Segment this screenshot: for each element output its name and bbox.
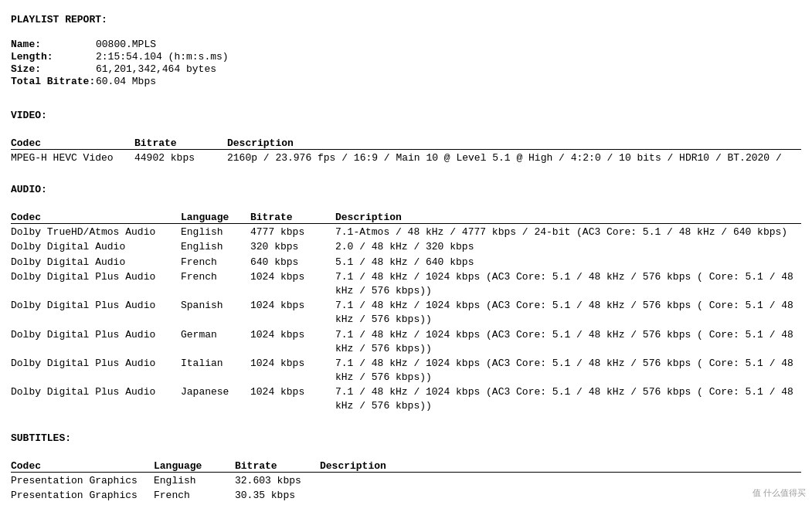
audio-row-bitrate: 4777 kbps [250,225,335,239]
bitrate-label: Total Bitrate: [11,76,96,87]
video-description: 2160p / 23.976 fps / 16:9 / Main 10 @ Le… [227,151,801,165]
audio-row-bitrate: 1024 kbps [250,357,335,385]
info-block: Name: 00800.MPLS Length: 2:15:54.104 (h:… [11,39,801,87]
audio-row-description: 7.1 / 48 kHz / 1024 kbps (AC3 Core: 5.1 … [335,270,801,298]
video-header-bitrate: Bitrate [134,137,227,149]
subtitle-row-bitrate: 32.603 kbps [235,474,320,488]
subtitle-row-bitrate: 30.35 kbps [235,489,320,503]
audio-row: Dolby Digital Audio French 640 kbps 5.1 … [11,256,801,269]
audio-row: Dolby Digital Audio English 320 kbps 2.0… [11,240,801,254]
audio-row-language: English [181,225,250,239]
subtitles-table: Codec Language Bitrate Description Prese… [11,460,801,505]
size-value: 61,201,342,464 bytes [96,63,216,75]
subtitles-header-language: Language [154,460,235,472]
audio-table: Codec Language Bitrate Description Dolby… [11,212,801,413]
audio-row-bitrate: 1024 kbps [250,299,335,327]
audio-row-description: 7.1 / 48 kHz / 1024 kbps (AC3 Core: 5.1 … [335,328,801,356]
audio-row-language: English [181,240,250,254]
video-header-description: Description [227,137,801,149]
audio-row-codec: Dolby TrueHD/Atmos Audio [11,225,181,239]
audio-header-codec: Codec [11,212,181,223]
watermark: 值 什么值得买 [753,487,806,499]
audio-row-bitrate: 640 kbps [250,256,335,269]
audio-row-description: 7.1 / 48 kHz / 1024 kbps (AC3 Core: 5.1 … [335,357,801,385]
name-value: 00800.MPLS [96,39,156,50]
subtitle-row-description [320,474,801,488]
video-bitrate: 44902 kbps [134,151,227,165]
audio-row: Dolby Digital Plus Audio Japanese 1024 k… [11,385,801,413]
video-row: MPEG-H HEVC Video 44902 kbps 2160p / 23.… [11,151,801,165]
audio-row-codec: Dolby Digital Plus Audio [11,385,181,413]
subtitle-row-description [320,489,801,503]
video-header-codec: Codec [11,137,134,149]
audio-section-title: AUDIO: [11,184,801,195]
subtitles-header-bitrate: Bitrate [235,460,320,472]
audio-row-bitrate: 1024 kbps [250,385,335,413]
audio-row-description: 7.1-Atmos / 48 kHz / 4777 kbps / 24-bit … [335,225,801,239]
size-label: Size: [11,63,96,75]
length-label: Length: [11,51,96,63]
audio-header-bitrate: Bitrate [250,212,335,223]
audio-row-language: Italian [181,357,250,385]
audio-row-codec: Dolby Digital Plus Audio [11,270,181,298]
audio-row-description: 7.1 / 48 kHz / 1024 kbps (AC3 Core: 5.1 … [335,385,801,413]
audio-row-language: French [181,270,250,298]
subtitle-row-codec: Presentation Graphics [11,489,154,503]
subtitles-section-title: SUBTITLES: [11,432,801,444]
audio-row-codec: Dolby Digital Audio [11,240,181,254]
audio-row: Dolby Digital Plus Audio Italian 1024 kb… [11,357,801,385]
subtitle-row-codec: Presentation Graphics [11,474,154,488]
audio-row-description: 7.1 / 48 kHz / 1024 kbps (AC3 Core: 5.1 … [335,299,801,327]
audio-header-language: Language [181,212,250,223]
audio-row-bitrate: 1024 kbps [250,328,335,356]
name-label: Name: [11,39,96,50]
audio-row-codec: Dolby Digital Plus Audio [11,357,181,385]
audio-row-description: 5.1 / 48 kHz / 640 kbps [335,256,801,269]
audio-row: Dolby Digital Plus Audio Spanish 1024 kb… [11,299,801,327]
audio-row-language: Japanese [181,385,250,413]
audio-row-description: 2.0 / 48 kHz / 320 kbps [335,240,801,254]
audio-row-bitrate: 320 kbps [250,240,335,254]
subtitle-row: Presentation Graphics English 32.603 kbp… [11,474,801,488]
video-section-title: VIDEO: [11,110,801,121]
bitrate-value: 60.04 Mbps [96,76,156,87]
subtitle-row-language: French [154,489,235,503]
subtitles-header-codec: Codec [11,460,154,472]
audio-row-codec: Dolby Digital Plus Audio [11,299,181,327]
audio-row-language: Spanish [181,299,250,327]
audio-row-codec: Dolby Digital Plus Audio [11,328,181,356]
audio-row-codec: Dolby Digital Audio [11,256,181,269]
audio-row: Dolby Digital Plus Audio French 1024 kbp… [11,270,801,298]
audio-row-language: French [181,256,250,269]
audio-row: Dolby Digital Plus Audio German 1024 kbp… [11,328,801,356]
video-codec: MPEG-H HEVC Video [11,151,134,165]
subtitle-row: Presentation Graphics French 30.35 kbps [11,489,801,503]
audio-row: Dolby TrueHD/Atmos Audio English 4777 kb… [11,225,801,239]
video-table: Codec Bitrate Description MPEG-H HEVC Vi… [11,137,801,165]
subtitle-row-language: English [154,474,235,488]
audio-row-language: German [181,328,250,356]
length-value: 2:15:54.104 (h:m:s.ms) [96,51,229,63]
audio-row-bitrate: 1024 kbps [250,270,335,298]
audio-header-description: Description [335,212,801,223]
report-title: PLAYLIST REPORT: [11,14,801,25]
subtitles-header-description: Description [320,460,801,472]
